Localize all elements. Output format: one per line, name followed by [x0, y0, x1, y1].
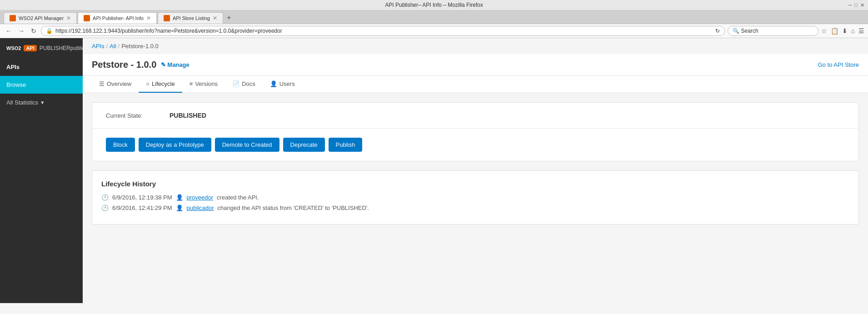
- browser-tab-publisher[interactable]: API Publisher- API Info ✕: [78, 12, 157, 24]
- history-action-1: created the API.: [217, 194, 259, 201]
- tab-users-label: Users: [279, 80, 295, 87]
- history-item-2: 🕐 6/9/2016, 12:41:29 PM 👤 publicador cha…: [101, 204, 849, 211]
- history-user-2[interactable]: publicador: [187, 204, 214, 211]
- lifecycle-history: Lifecycle History 🕐 6/9/2016, 12:19:38 P…: [92, 170, 859, 224]
- browser-window-controls: ─ □ ✕: [848, 2, 864, 8]
- app-layout: WSO2 API PUBLISHER publicador APIs Brows…: [0, 38, 868, 303]
- browser-tab-wso2[interactable]: WSO2 API Manager ✕: [4, 12, 77, 24]
- tab-lifecycle-label: Lifecycle: [152, 80, 175, 87]
- tab-label-store: API Store Listing: [173, 15, 210, 21]
- users-icon: 👤: [270, 80, 277, 87]
- browser-search-box[interactable]: 🔍 Search: [728, 26, 818, 36]
- tabs-bar: ☰ Overview ○ Lifecycle ≡ Versions 📄 Docs…: [83, 76, 868, 93]
- tab-label-wso2: WSO2 API Manager: [19, 15, 64, 21]
- state-label: Current State:: [106, 112, 160, 119]
- person-icon-2: 👤: [176, 204, 183, 211]
- maximize-icon[interactable]: □: [854, 2, 858, 8]
- edit-icon: ✎: [161, 61, 166, 68]
- manage-label: Manage: [167, 61, 189, 68]
- clock-icon-2: 🕐: [101, 204, 109, 211]
- tab-overview-label: Overview: [107, 80, 131, 87]
- browser-tab-bar: WSO2 API Manager ✕ API Publisher- API In…: [0, 10, 868, 24]
- browser-tab-store[interactable]: API Store Listing ✕: [158, 12, 223, 24]
- breadcrumb-all[interactable]: All: [110, 43, 116, 50]
- new-tab-button[interactable]: +: [224, 14, 234, 22]
- tab-docs[interactable]: 📄 Docs: [225, 76, 263, 93]
- history-time-1: 6/9/2016, 12:19:38 PM: [112, 194, 172, 201]
- tab-label-publisher: API Publisher- API Info: [93, 15, 144, 21]
- logo-api-badge: API: [24, 45, 36, 51]
- docs-icon: 📄: [232, 80, 239, 87]
- lifecycle-icon: ○: [146, 80, 150, 87]
- go-to-store-link[interactable]: Go to API Store: [818, 61, 859, 68]
- home-icon[interactable]: ⌂: [851, 27, 855, 35]
- clock-icon-1: 🕐: [101, 194, 109, 201]
- page-title: Petstore - 1.0.0 ✎ Manage: [92, 60, 190, 70]
- logo-publisher-text: PUBLISHER: [40, 45, 70, 51]
- lifecycle-actions: Block Deploy as a Prototype Demote to Cr…: [92, 129, 858, 161]
- history-time-2: 6/9/2016, 12:41:29 PM: [112, 204, 172, 211]
- chevron-down-icon: ▾: [41, 99, 44, 106]
- download-icon[interactable]: ⬇: [842, 27, 848, 35]
- sidebar-item-browse[interactable]: Browse: [0, 76, 83, 94]
- bookmark-icon[interactable]: ☆: [821, 27, 827, 35]
- tab-close-wso2[interactable]: ✕: [66, 15, 71, 21]
- back-button[interactable]: ←: [4, 26, 14, 35]
- history-user-1[interactable]: proveedor: [187, 194, 214, 201]
- refresh-icon[interactable]: ↻: [715, 28, 720, 34]
- tab-favicon-store: [164, 15, 170, 21]
- sidebar-label-browse: Browse: [6, 81, 26, 88]
- tab-docs-label: Docs: [242, 80, 255, 87]
- browser-addressbar: ← → ↻ 🔒 https://192.168.122.1:9443/publi…: [0, 24, 868, 38]
- deprecate-button[interactable]: Deprecate: [283, 138, 325, 152]
- bookmark-manager-icon[interactable]: 📋: [831, 27, 838, 35]
- deploy-prototype-button[interactable]: Deploy as a Prototype: [139, 138, 211, 152]
- sidebar-item-statistics[interactable]: All Statistics ▾: [0, 94, 83, 111]
- history-title: Lifecycle History: [101, 180, 849, 188]
- tab-close-store[interactable]: ✕: [213, 15, 217, 21]
- demote-created-button[interactable]: Demote to Created: [215, 138, 279, 152]
- tab-lifecycle[interactable]: ○ Lifecycle: [139, 76, 182, 93]
- browser-toolbar-right: ☆ 📋 ⬇ ⌂ ☰: [821, 27, 864, 35]
- search-placeholder: Search: [741, 28, 758, 34]
- sidebar: WSO2 API PUBLISHER publicador APIs Brows…: [0, 38, 83, 303]
- lock-icon: 🔒: [46, 28, 53, 34]
- breadcrumb-current: Petstore-1.0.0: [121, 43, 159, 50]
- tab-close-publisher[interactable]: ✕: [146, 15, 151, 21]
- overview-icon: ☰: [99, 80, 105, 87]
- reload-button[interactable]: ↻: [29, 26, 38, 35]
- sidebar-label-statistics: All Statistics: [6, 99, 38, 106]
- block-button[interactable]: Block: [106, 138, 135, 152]
- app-logo: WSO2 API PUBLISHER: [6, 45, 70, 51]
- main-content: APIs / All / Petstore-1.0.0 Petstore - 1…: [83, 38, 868, 303]
- tab-favicon-wso2: [10, 15, 16, 21]
- address-bar[interactable]: 🔒 https://192.168.122.1:9443/publisher/i…: [41, 26, 725, 36]
- breadcrumb-apis[interactable]: APIs: [92, 43, 104, 50]
- address-url: https://192.168.122.1:9443/publisher/inf…: [55, 28, 713, 34]
- breadcrumb-sep-1: /: [106, 43, 108, 50]
- manage-link[interactable]: ✎ Manage: [161, 61, 189, 68]
- tab-versions[interactable]: ≡ Versions: [182, 76, 225, 93]
- history-item-1: 🕐 6/9/2016, 12:19:38 PM 👤 proveedor crea…: [101, 194, 849, 201]
- page-title-area: Petstore - 1.0.0 ✎ Manage Go to API Stor…: [83, 54, 868, 76]
- sidebar-item-apis[interactable]: APIs: [0, 58, 83, 76]
- history-action-2: changed the API status from 'CREATED' to…: [218, 204, 369, 211]
- breadcrumb-sep-2: /: [118, 43, 120, 50]
- api-title: Petstore - 1.0.0: [92, 60, 156, 70]
- tab-overview[interactable]: ☰ Overview: [92, 76, 139, 93]
- minimize-icon[interactable]: ─: [848, 2, 852, 8]
- browser-title: API Publisher– API Info – Mozilla Firefo…: [385, 2, 483, 8]
- publish-button[interactable]: Publish: [329, 138, 363, 152]
- state-value: PUBLISHED: [170, 112, 206, 119]
- sidebar-label-apis: APIs: [6, 64, 20, 70]
- menu-icon[interactable]: ☰: [858, 27, 864, 35]
- forward-button[interactable]: →: [16, 26, 26, 35]
- app-header: WSO2 API PUBLISHER publicador: [0, 38, 83, 58]
- tab-versions-label: Versions: [195, 80, 218, 87]
- close-icon[interactable]: ✕: [860, 2, 864, 8]
- tab-favicon-publisher: [84, 15, 90, 21]
- tab-users[interactable]: 👤 Users: [263, 76, 302, 93]
- person-icon-1: 👤: [176, 194, 183, 201]
- lifecycle-panel: Current State: PUBLISHED Block Deploy as…: [92, 102, 859, 161]
- lifecycle-state-row: Current State: PUBLISHED: [92, 103, 858, 129]
